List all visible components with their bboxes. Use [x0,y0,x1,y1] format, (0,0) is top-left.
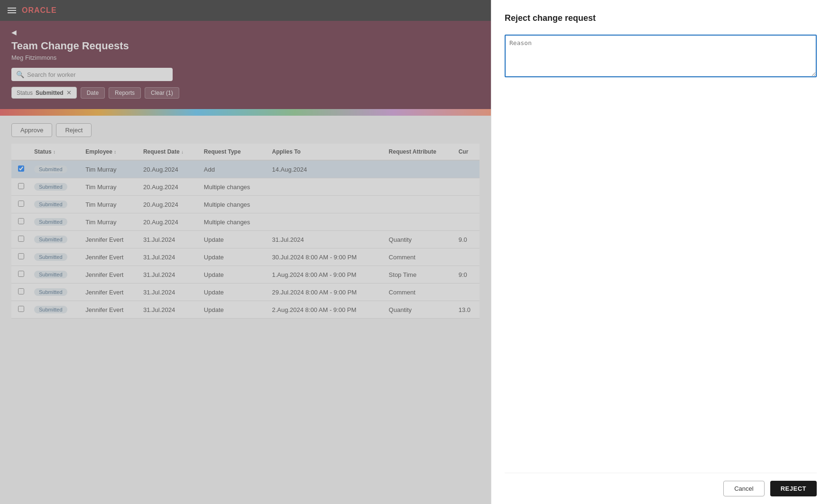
row-checkbox[interactable] [18,288,24,294]
reason-textarea[interactable] [505,35,817,77]
row-checkbox-cell[interactable] [11,284,30,301]
header-area: ◀ Team Change Requests Meg Fitzimmons 🔍 … [0,21,491,116]
row-employee: Jennifer Evert [82,284,139,301]
decorative-strip [0,109,491,116]
row-cur: 13.0 [455,301,480,319]
filter-close-icon[interactable]: ✕ [66,89,72,96]
top-nav: ORACLE [0,0,491,21]
clear-filters-button[interactable]: Clear (1) [145,87,179,99]
table-row: Submitted Jennifer Evert 31.Jul.2024 Upd… [11,301,480,319]
row-request-attribute: Comment [385,284,455,301]
table-row: Submitted Tim Murray 20.Aug.2024 Multipl… [11,196,480,213]
table-row: Submitted Tim Murray 20.Aug.2024 Add 14.… [11,160,480,178]
table-row: Submitted Tim Murray 20.Aug.2024 Multipl… [11,213,480,231]
row-status: Submitted [30,248,82,266]
cancel-button[interactable]: Cancel [723,481,764,496]
row-request-date: 31.Jul.2024 [139,248,200,266]
status-badge: Submitted [34,183,67,191]
status-badge: Submitted [34,271,67,278]
search-input[interactable] [27,71,168,78]
row-checkbox-cell[interactable] [11,248,30,266]
table-header: Status ↕ Employee ↕ Request Date ↓ Reque… [11,144,480,160]
page-title: Team Change Requests [11,40,480,52]
row-applies-to [268,213,385,231]
row-request-type: Update [200,231,268,248]
row-request-attribute [385,160,455,178]
row-checkbox-cell[interactable] [11,213,30,231]
row-checkbox[interactable] [18,218,24,224]
status-badge: Submitted [34,306,67,313]
table-row: Submitted Jennifer Evert 31.Jul.2024 Upd… [11,284,480,301]
row-status: Submitted [30,213,82,231]
row-cur [455,178,480,196]
row-request-date: 31.Jul.2024 [139,266,200,284]
row-employee: Jennifer Evert [82,301,139,319]
row-cur: 9.0 [455,231,480,248]
row-checkbox-cell[interactable] [11,231,30,248]
row-request-date: 31.Jul.2024 [139,231,200,248]
panel-title: Reject change request [505,13,817,23]
row-status: Submitted [30,266,82,284]
row-request-type: Multiple changes [200,213,268,231]
status-badge: Submitted [34,165,67,173]
col-request-type: Request Type [200,144,268,160]
row-checkbox-cell[interactable] [11,196,30,213]
col-applies-to: Applies To [268,144,385,160]
row-employee: Tim Murray [82,196,139,213]
reports-filter-button[interactable]: Reports [109,87,141,99]
back-icon: ◀ [11,28,17,36]
status-filter-chip[interactable]: Status Submitted ✕ [11,87,77,99]
row-applies-to [268,196,385,213]
row-cur [455,248,480,266]
oracle-logo: ORACLE [22,6,57,15]
date-filter-button[interactable]: Date [81,87,105,99]
row-request-date: 20.Aug.2024 [139,213,200,231]
row-request-attribute [385,178,455,196]
row-checkbox-cell[interactable] [11,266,30,284]
row-checkbox[interactable] [18,271,24,277]
hamburger-menu-icon[interactable] [8,8,16,13]
table-area: Approve Reject Status ↕ Employee ↕ Reque… [0,116,491,504]
row-request-type: Multiple changes [200,196,268,213]
row-checkbox[interactable] [18,201,24,207]
row-request-attribute: Quantity [385,301,455,319]
reject-confirm-button[interactable]: REJECT [770,481,817,496]
filter-row: Status Submitted ✕ Date Reports Clear (1… [11,87,480,99]
row-request-type: Add [200,160,268,178]
page-subtitle: Meg Fitzimmons [11,54,480,61]
row-request-date: 31.Jul.2024 [139,284,200,301]
row-request-type: Update [200,266,268,284]
action-row: Approve Reject [11,123,480,137]
status-badge: Submitted [34,288,67,296]
row-request-attribute [385,196,455,213]
row-checkbox[interactable] [18,306,24,312]
table-row: Submitted Jennifer Evert 31.Jul.2024 Upd… [11,248,480,266]
row-checkbox[interactable] [18,253,24,259]
row-checkbox-cell[interactable] [11,160,30,178]
row-checkbox-cell[interactable] [11,178,30,196]
main-panel: ORACLE ◀ Team Change Requests Meg Fitzim… [0,0,491,504]
col-cur: Cur [455,144,480,160]
row-request-date: 20.Aug.2024 [139,196,200,213]
row-cur [455,284,480,301]
row-checkbox[interactable] [18,183,24,189]
row-status: Submitted [30,196,82,213]
status-badge: Submitted [34,253,67,261]
row-request-attribute [385,213,455,231]
row-checkbox[interactable] [18,165,24,172]
row-applies-to [268,178,385,196]
select-all-header [11,144,30,160]
row-request-attribute: Quantity [385,231,455,248]
filter-value: Submitted [36,90,64,96]
row-request-attribute: Stop Time [385,266,455,284]
row-checkbox-cell[interactable] [11,301,30,319]
reject-button[interactable]: Reject [56,123,92,137]
row-checkbox[interactable] [18,236,24,242]
back-button[interactable]: ◀ [11,28,17,36]
approve-button[interactable]: Approve [11,123,52,137]
row-request-date: 31.Jul.2024 [139,301,200,319]
col-request-attribute: Request Attribute [385,144,455,160]
row-request-type: Update [200,301,268,319]
row-status: Submitted [30,160,82,178]
row-employee: Tim Murray [82,178,139,196]
